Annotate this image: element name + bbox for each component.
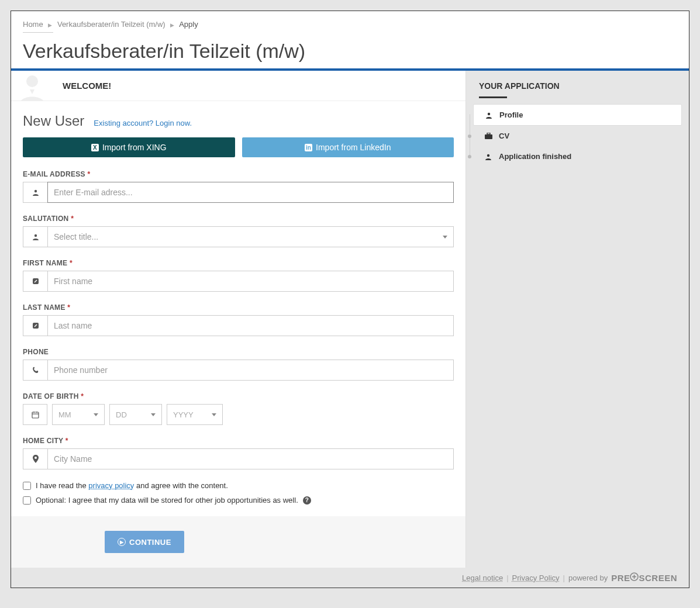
dob-day-select[interactable]: DD: [109, 404, 162, 425]
dob-year-select[interactable]: YYYY: [167, 404, 223, 425]
firstname-group: [23, 271, 454, 292]
powered-by-text: powered by: [568, 574, 608, 582]
privacy-post: and agree with the content.: [134, 481, 227, 490]
linkedin-icon: in: [305, 144, 312, 151]
phone-label-text: PHONE: [23, 348, 49, 356]
sidebar-underline: [479, 96, 507, 98]
legal-notice-link[interactable]: Legal notice: [462, 574, 503, 582]
dob-label: DATE OF BIRTH *: [23, 392, 454, 400]
caret-down-icon: [151, 413, 156, 416]
email-input[interactable]: [47, 182, 454, 203]
sidebar-title: YOUR APPLICATION: [466, 71, 689, 94]
required-marker: *: [70, 259, 73, 267]
brand-pre: PRE: [611, 573, 630, 583]
firstname-label: FIRST NAME *: [23, 259, 454, 267]
lastname-label: LAST NAME *: [23, 303, 454, 312]
content: WELCOME! New User Existing account? Logi…: [11, 71, 689, 568]
email-group: [23, 182, 454, 203]
arrow-circle-right-icon: ▶: [118, 538, 126, 546]
lastname-input[interactable]: [47, 315, 454, 336]
sidebar: YOUR APPLICATION Profile CV: [466, 71, 689, 568]
new-user-line: New User Existing account? Login now.: [23, 113, 454, 129]
privacy-pre: I have read the: [36, 481, 88, 490]
required-marker: *: [71, 215, 74, 223]
welcome-bar: WELCOME!: [11, 71, 465, 101]
dob-month-placeholder: MM: [58, 410, 71, 419]
import-buttons: X Import from XING in Import from Linked…: [23, 137, 454, 157]
separator: |: [506, 574, 508, 582]
prescreen-brand: PRESCREEN: [611, 572, 677, 583]
user-icon: [484, 153, 493, 160]
step-dot-icon: [468, 155, 471, 158]
phone-group: [23, 360, 454, 381]
breadcrumb-job[interactable]: Verkaufsberater/in Teilzeit (m/w): [57, 20, 165, 29]
step-profile[interactable]: Profile: [473, 104, 682, 126]
lastname-label-text: LAST NAME: [23, 303, 65, 312]
privacy-policy-footer-link[interactable]: Privacy Policy: [512, 574, 560, 582]
firstname-label-text: FIRST NAME: [23, 259, 67, 267]
svg-rect-5: [32, 412, 39, 418]
optional-text: Optional: I agree that my data will be s…: [36, 496, 298, 505]
calendar-icon: [23, 404, 47, 425]
step-list: Profile CV Application finished: [466, 104, 689, 167]
separator: |: [563, 574, 565, 582]
homecity-input[interactable]: [47, 448, 454, 469]
header: Home ▶ Verkaufsberater/in Teilzeit (m/w)…: [11, 11, 689, 68]
lastname-group: [23, 315, 454, 336]
breadcrumb-home[interactable]: Home: [23, 20, 43, 29]
svg-point-9: [35, 457, 37, 459]
salutation-placeholder: Select title...: [54, 232, 98, 241]
phone-input[interactable]: [47, 360, 454, 381]
salutation-label-text: SALUTATION: [23, 215, 69, 223]
salutation-select[interactable]: Select title...: [47, 226, 454, 247]
dob-day-placeholder: DD: [116, 410, 127, 419]
dob-year-placeholder: YYYY: [173, 410, 194, 419]
firstname-input[interactable]: [47, 271, 454, 292]
chevron-right-icon: ▶: [170, 22, 174, 28]
svg-point-1: [34, 190, 36, 192]
caret-down-icon: [94, 413, 98, 416]
svg-point-13: [487, 154, 489, 156]
step-cv-label: CV: [499, 132, 509, 140]
optional-checkbox-row[interactable]: Optional: I agree that my data will be s…: [23, 496, 454, 505]
salutation-label: SALUTATION *: [23, 215, 454, 223]
continue-label: CONTINUE: [129, 538, 171, 547]
dob-group: MM DD YYYY: [23, 404, 454, 425]
xing-icon: X: [91, 144, 99, 151]
step-finished[interactable]: Application finished: [473, 146, 682, 167]
continue-button[interactable]: ▶ CONTINUE: [105, 531, 184, 553]
optional-checkbox[interactable]: [23, 496, 31, 505]
main-column: WELCOME! New User Existing account? Logi…: [11, 71, 466, 568]
new-user-title: New User: [23, 113, 84, 129]
svg-point-0: [26, 75, 38, 87]
breadcrumb: Home ▶ Verkaufsberater/in Teilzeit (m/w)…: [23, 20, 677, 29]
email-label: E-MAIL ADDRESS *: [23, 170, 454, 178]
privacy-policy-link[interactable]: privacy policy: [88, 481, 134, 490]
dob-label-text: DATE OF BIRTH: [23, 392, 79, 400]
phone-label: PHONE: [23, 348, 454, 356]
welcome-title: WELCOME!: [52, 81, 111, 91]
chevron-right-icon: ▶: [48, 22, 52, 28]
login-link[interactable]: Existing account? Login now.: [94, 119, 192, 127]
privacy-checkbox-row[interactable]: I have read the privacy policy and agree…: [23, 481, 454, 490]
breadcrumb-underline: [23, 32, 53, 33]
brand-plus-icon: [630, 572, 639, 581]
homecity-label-text: HOME CITY: [23, 437, 63, 445]
help-icon[interactable]: ?: [303, 496, 311, 505]
xing-button-label: Import from XING: [102, 143, 167, 152]
required-marker: *: [67, 303, 70, 312]
dob-month-select[interactable]: MM: [52, 404, 105, 425]
step-cv[interactable]: CV: [473, 126, 682, 146]
app-window: Home ▶ Verkaufsberater/in Teilzeit (m/w)…: [11, 11, 689, 588]
caret-down-icon: [443, 236, 447, 239]
import-xing-button[interactable]: X Import from XING: [23, 137, 235, 157]
form-area: New User Existing account? Login now. X …: [11, 101, 465, 516]
user-icon: [23, 182, 47, 203]
svg-point-2: [34, 234, 36, 237]
import-linkedin-button[interactable]: in Import from LinkedIn: [242, 137, 454, 157]
svg-point-10: [488, 112, 490, 115]
email-label-text: E-MAIL ADDRESS: [23, 170, 85, 178]
privacy-checkbox[interactable]: [23, 482, 31, 490]
brand-post: SCREEN: [639, 573, 677, 583]
user-icon: [484, 112, 494, 119]
